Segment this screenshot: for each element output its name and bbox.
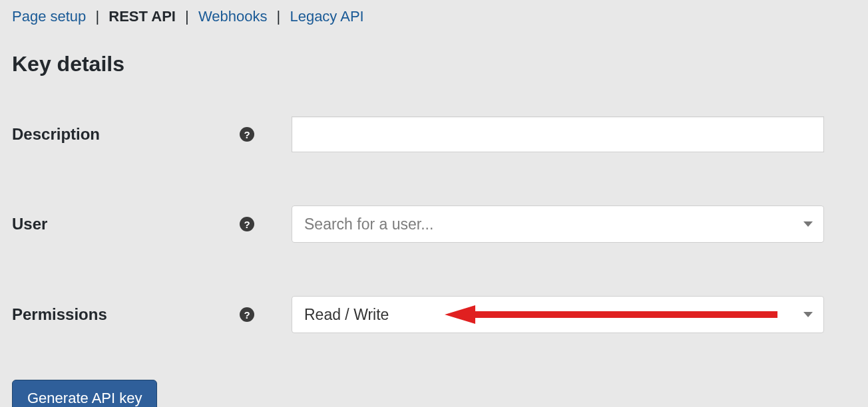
tab-rest-api[interactable]: REST API	[108, 8, 176, 25]
tab-page-setup[interactable]: Page setup	[12, 8, 86, 25]
section-title: Key details	[12, 52, 856, 76]
field-cell: Search for a user...	[292, 205, 824, 243]
description-input[interactable]	[292, 116, 824, 152]
help-icon[interactable]: ?	[240, 127, 254, 142]
permissions-select-value: Read / Write	[304, 306, 794, 324]
tabs-nav: Page setup | REST API | Webhooks | Legac…	[12, 8, 856, 25]
tab-legacy-api[interactable]: Legacy API	[290, 8, 363, 25]
help-icon[interactable]: ?	[240, 217, 254, 231]
field-cell: Read / Write	[292, 296, 824, 333]
tab-webhooks[interactable]: Webhooks	[198, 8, 268, 25]
row-permissions: Permissions ? Read / Write	[12, 296, 856, 333]
chevron-down-icon	[803, 221, 813, 227]
label-cell: User ?	[12, 215, 292, 233]
field-cell	[292, 116, 824, 152]
tab-separator: |	[185, 8, 189, 25]
label-cell: Permissions ?	[12, 305, 292, 324]
description-label: Description	[12, 125, 100, 144]
permissions-label: Permissions	[12, 305, 107, 324]
label-cell: Description ?	[12, 125, 292, 144]
chevron-down-icon	[803, 312, 813, 317]
generate-api-key-button[interactable]: Generate API key	[12, 380, 157, 407]
user-select-placeholder: Search for a user...	[304, 215, 794, 233]
row-user: User ? Search for a user...	[12, 205, 856, 243]
user-label: User	[12, 215, 47, 233]
tab-separator: |	[277, 8, 281, 25]
user-select[interactable]: Search for a user...	[292, 205, 824, 243]
help-icon[interactable]: ?	[240, 307, 254, 322]
row-description: Description ?	[12, 116, 856, 152]
tab-separator: |	[95, 8, 99, 25]
permissions-select[interactable]: Read / Write	[292, 296, 824, 333]
